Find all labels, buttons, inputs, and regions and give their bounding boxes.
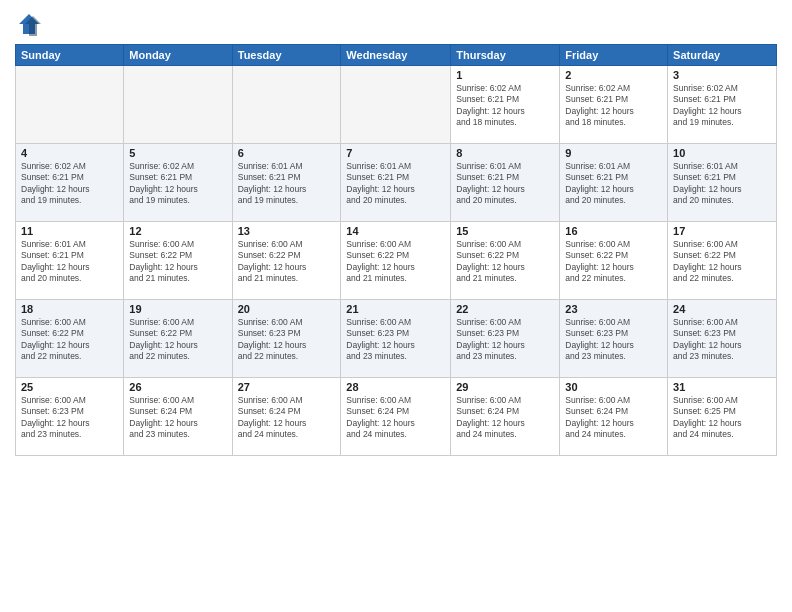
day-number: 22 xyxy=(456,303,554,315)
day-number: 28 xyxy=(346,381,445,393)
day-info: Sunrise: 6:00 AMSunset: 6:24 PMDaylight:… xyxy=(565,395,662,441)
day-info: Sunrise: 6:00 AMSunset: 6:24 PMDaylight:… xyxy=(238,395,336,441)
week-row-3: 11Sunrise: 6:01 AMSunset: 6:21 PMDayligh… xyxy=(16,222,777,300)
week-row-4: 18Sunrise: 6:00 AMSunset: 6:22 PMDayligh… xyxy=(16,300,777,378)
day-number: 8 xyxy=(456,147,554,159)
day-cell: 5Sunrise: 6:02 AMSunset: 6:21 PMDaylight… xyxy=(124,144,232,222)
day-info: Sunrise: 6:00 AMSunset: 6:23 PMDaylight:… xyxy=(21,395,118,441)
day-number: 11 xyxy=(21,225,118,237)
day-info: Sunrise: 6:01 AMSunset: 6:21 PMDaylight:… xyxy=(238,161,336,207)
day-number: 4 xyxy=(21,147,118,159)
day-number: 20 xyxy=(238,303,336,315)
day-info: Sunrise: 6:02 AMSunset: 6:21 PMDaylight:… xyxy=(673,83,771,129)
day-info: Sunrise: 6:01 AMSunset: 6:21 PMDaylight:… xyxy=(673,161,771,207)
day-number: 24 xyxy=(673,303,771,315)
day-cell: 17Sunrise: 6:00 AMSunset: 6:22 PMDayligh… xyxy=(668,222,777,300)
day-info: Sunrise: 6:00 AMSunset: 6:23 PMDaylight:… xyxy=(565,317,662,363)
day-info: Sunrise: 6:00 AMSunset: 6:22 PMDaylight:… xyxy=(129,239,226,285)
day-cell: 1Sunrise: 6:02 AMSunset: 6:21 PMDaylight… xyxy=(451,66,560,144)
day-info: Sunrise: 6:00 AMSunset: 6:22 PMDaylight:… xyxy=(21,317,118,363)
week-row-5: 25Sunrise: 6:00 AMSunset: 6:23 PMDayligh… xyxy=(16,378,777,456)
day-info: Sunrise: 6:00 AMSunset: 6:23 PMDaylight:… xyxy=(673,317,771,363)
day-cell: 10Sunrise: 6:01 AMSunset: 6:21 PMDayligh… xyxy=(668,144,777,222)
day-number: 9 xyxy=(565,147,662,159)
day-number: 27 xyxy=(238,381,336,393)
col-header-wednesday: Wednesday xyxy=(341,45,451,66)
day-cell: 18Sunrise: 6:00 AMSunset: 6:22 PMDayligh… xyxy=(16,300,124,378)
day-info: Sunrise: 6:02 AMSunset: 6:21 PMDaylight:… xyxy=(565,83,662,129)
day-cell: 12Sunrise: 6:00 AMSunset: 6:22 PMDayligh… xyxy=(124,222,232,300)
logo xyxy=(15,10,47,38)
day-number: 25 xyxy=(21,381,118,393)
day-info: Sunrise: 6:01 AMSunset: 6:21 PMDaylight:… xyxy=(456,161,554,207)
day-cell: 4Sunrise: 6:02 AMSunset: 6:21 PMDaylight… xyxy=(16,144,124,222)
day-info: Sunrise: 6:01 AMSunset: 6:21 PMDaylight:… xyxy=(565,161,662,207)
day-cell: 2Sunrise: 6:02 AMSunset: 6:21 PMDaylight… xyxy=(560,66,668,144)
day-number: 1 xyxy=(456,69,554,81)
day-number: 13 xyxy=(238,225,336,237)
day-info: Sunrise: 6:01 AMSunset: 6:21 PMDaylight:… xyxy=(21,239,118,285)
day-info: Sunrise: 6:00 AMSunset: 6:22 PMDaylight:… xyxy=(238,239,336,285)
day-cell: 22Sunrise: 6:00 AMSunset: 6:23 PMDayligh… xyxy=(451,300,560,378)
week-row-1: 1Sunrise: 6:02 AMSunset: 6:21 PMDaylight… xyxy=(16,66,777,144)
day-number: 15 xyxy=(456,225,554,237)
day-number: 7 xyxy=(346,147,445,159)
day-number: 19 xyxy=(129,303,226,315)
day-cell: 7Sunrise: 6:01 AMSunset: 6:21 PMDaylight… xyxy=(341,144,451,222)
day-cell: 6Sunrise: 6:01 AMSunset: 6:21 PMDaylight… xyxy=(232,144,341,222)
day-info: Sunrise: 6:00 AMSunset: 6:22 PMDaylight:… xyxy=(129,317,226,363)
day-info: Sunrise: 6:00 AMSunset: 6:24 PMDaylight:… xyxy=(456,395,554,441)
day-number: 6 xyxy=(238,147,336,159)
day-info: Sunrise: 6:00 AMSunset: 6:23 PMDaylight:… xyxy=(346,317,445,363)
day-info: Sunrise: 6:02 AMSunset: 6:21 PMDaylight:… xyxy=(129,161,226,207)
day-info: Sunrise: 6:00 AMSunset: 6:22 PMDaylight:… xyxy=(346,239,445,285)
day-cell: 16Sunrise: 6:00 AMSunset: 6:22 PMDayligh… xyxy=(560,222,668,300)
day-cell: 3Sunrise: 6:02 AMSunset: 6:21 PMDaylight… xyxy=(668,66,777,144)
day-cell: 29Sunrise: 6:00 AMSunset: 6:24 PMDayligh… xyxy=(451,378,560,456)
day-cell: 26Sunrise: 6:00 AMSunset: 6:24 PMDayligh… xyxy=(124,378,232,456)
day-cell: 21Sunrise: 6:00 AMSunset: 6:23 PMDayligh… xyxy=(341,300,451,378)
day-cell xyxy=(341,66,451,144)
day-number: 23 xyxy=(565,303,662,315)
day-number: 18 xyxy=(21,303,118,315)
day-info: Sunrise: 6:00 AMSunset: 6:22 PMDaylight:… xyxy=(673,239,771,285)
calendar-page: SundayMondayTuesdayWednesdayThursdayFrid… xyxy=(0,0,792,612)
day-cell: 20Sunrise: 6:00 AMSunset: 6:23 PMDayligh… xyxy=(232,300,341,378)
col-header-monday: Monday xyxy=(124,45,232,66)
day-cell: 27Sunrise: 6:00 AMSunset: 6:24 PMDayligh… xyxy=(232,378,341,456)
col-header-tuesday: Tuesday xyxy=(232,45,341,66)
day-number: 26 xyxy=(129,381,226,393)
day-cell xyxy=(124,66,232,144)
day-cell: 11Sunrise: 6:01 AMSunset: 6:21 PMDayligh… xyxy=(16,222,124,300)
day-number: 10 xyxy=(673,147,771,159)
col-header-friday: Friday xyxy=(560,45,668,66)
day-number: 17 xyxy=(673,225,771,237)
day-cell: 19Sunrise: 6:00 AMSunset: 6:22 PMDayligh… xyxy=(124,300,232,378)
day-number: 14 xyxy=(346,225,445,237)
day-info: Sunrise: 6:01 AMSunset: 6:21 PMDaylight:… xyxy=(346,161,445,207)
day-cell: 24Sunrise: 6:00 AMSunset: 6:23 PMDayligh… xyxy=(668,300,777,378)
header xyxy=(15,10,777,38)
day-info: Sunrise: 6:00 AMSunset: 6:22 PMDaylight:… xyxy=(565,239,662,285)
col-header-thursday: Thursday xyxy=(451,45,560,66)
day-cell: 15Sunrise: 6:00 AMSunset: 6:22 PMDayligh… xyxy=(451,222,560,300)
calendar-table: SundayMondayTuesdayWednesdayThursdayFrid… xyxy=(15,44,777,456)
day-info: Sunrise: 6:00 AMSunset: 6:22 PMDaylight:… xyxy=(456,239,554,285)
day-cell: 25Sunrise: 6:00 AMSunset: 6:23 PMDayligh… xyxy=(16,378,124,456)
day-number: 12 xyxy=(129,225,226,237)
day-cell: 30Sunrise: 6:00 AMSunset: 6:24 PMDayligh… xyxy=(560,378,668,456)
day-info: Sunrise: 6:02 AMSunset: 6:21 PMDaylight:… xyxy=(456,83,554,129)
day-cell: 28Sunrise: 6:00 AMSunset: 6:24 PMDayligh… xyxy=(341,378,451,456)
day-info: Sunrise: 6:00 AMSunset: 6:25 PMDaylight:… xyxy=(673,395,771,441)
day-cell xyxy=(16,66,124,144)
header-row: SundayMondayTuesdayWednesdayThursdayFrid… xyxy=(16,45,777,66)
day-info: Sunrise: 6:00 AMSunset: 6:24 PMDaylight:… xyxy=(346,395,445,441)
day-number: 29 xyxy=(456,381,554,393)
day-cell: 13Sunrise: 6:00 AMSunset: 6:22 PMDayligh… xyxy=(232,222,341,300)
day-info: Sunrise: 6:00 AMSunset: 6:23 PMDaylight:… xyxy=(456,317,554,363)
day-cell xyxy=(232,66,341,144)
day-cell: 31Sunrise: 6:00 AMSunset: 6:25 PMDayligh… xyxy=(668,378,777,456)
col-header-saturday: Saturday xyxy=(668,45,777,66)
week-row-2: 4Sunrise: 6:02 AMSunset: 6:21 PMDaylight… xyxy=(16,144,777,222)
day-cell: 23Sunrise: 6:00 AMSunset: 6:23 PMDayligh… xyxy=(560,300,668,378)
